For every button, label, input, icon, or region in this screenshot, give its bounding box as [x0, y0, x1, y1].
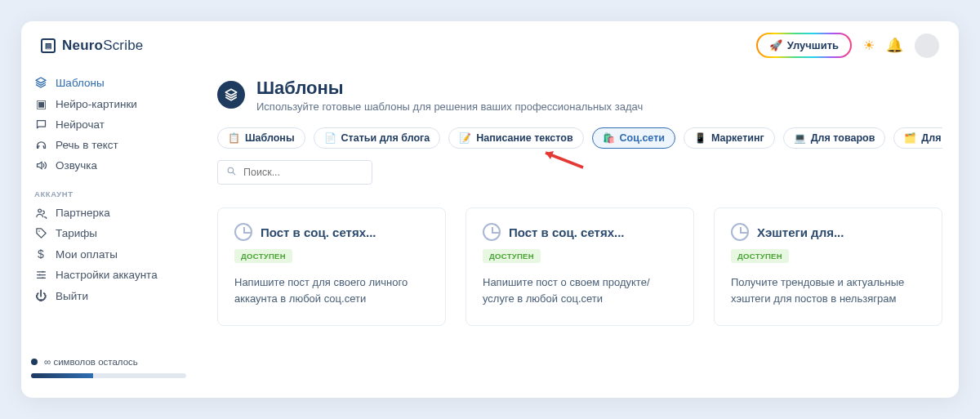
chip-site[interactable]: 🗂️ Для сайта — [893, 127, 942, 149]
chip-icon: 📄 — [324, 132, 336, 144]
logo-prefix: Neuro — [62, 38, 103, 53]
chip-label: Написание текстов — [476, 132, 572, 144]
svg-point-3 — [38, 274, 40, 276]
chip-icon: 🛍️ — [603, 132, 615, 144]
card-desc: Получите трендовые и актуальные хэштеги … — [731, 274, 925, 307]
logo[interactable]: ▤ NeuroScribe — [41, 38, 144, 54]
card-title: Пост в соц. сетях... — [261, 225, 376, 239]
sidebar-item-label: Настройки аккаунта — [56, 269, 158, 281]
sidebar-item-label: Мои оплаты — [56, 248, 118, 261]
sidebar-item-label: Выйти — [56, 290, 88, 302]
svg-point-4 — [42, 277, 43, 279]
sidebar-item-settings[interactable]: Настройки аккаунта — [21, 265, 196, 284]
chip-marketing[interactable]: 📱 Маркетинг — [684, 127, 775, 149]
chip-social[interactable]: 🛍️ Соц.сети — [592, 127, 675, 149]
svg-point-5 — [228, 167, 234, 173]
page-header: Шаблоны Используйте готовые шаблоны для … — [217, 78, 942, 113]
notifications-icon[interactable]: 🔔 — [886, 37, 903, 54]
theme-toggle-icon[interactable]: ☀ — [863, 38, 875, 53]
speaker-icon — [34, 159, 47, 172]
progress-fill — [31, 373, 93, 378]
chip-label: Соц.сети — [620, 132, 665, 144]
card-desc: Напишите пост о своем продукте/услуге в … — [483, 274, 677, 307]
page-subtitle: Используйте готовые шаблоны для решения … — [256, 100, 643, 113]
chip-icon: 📝 — [459, 132, 471, 144]
sidebar-item-templates[interactable]: Шаблоны — [21, 73, 196, 92]
chip-label: Маркетинг — [711, 132, 764, 144]
tag-icon — [34, 227, 47, 239]
cards-row: Пост в соц. сетях... ДОСТУПЕН Напишите п… — [217, 207, 942, 326]
settings-icon — [34, 269, 47, 281]
card-desc: Напишите пост для своего личного аккаунт… — [234, 274, 429, 307]
search-input[interactable] — [243, 167, 363, 178]
upgrade-label: Улучшить — [787, 39, 839, 51]
svg-point-1 — [38, 230, 40, 232]
app-frame: ▤ NeuroScribe 🚀 Улучшить ☀ 🔔 Шаблоны — [21, 21, 959, 398]
sidebar-item-voice[interactable]: Озвучка — [21, 156, 196, 175]
clock-icon — [234, 223, 252, 241]
chip-label: Шаблоны — [245, 132, 295, 144]
avatar[interactable] — [915, 33, 939, 58]
sidebar-item-logout[interactable]: ⏻ Выйти — [21, 286, 196, 305]
chip-products[interactable]: 💻 Для товаров — [783, 127, 886, 149]
symbols-remaining: ∞ символов осталось — [44, 357, 138, 367]
chip-icon: 🗂️ — [904, 132, 916, 144]
sidebar-item-affiliate[interactable]: Партнерка — [21, 203, 196, 222]
status-badge: ДОСТУПЕН — [234, 249, 292, 263]
sidebar-item-images[interactable]: ▣ Нейро-картинки — [21, 94, 196, 114]
svg-point-2 — [42, 271, 43, 273]
headphones-icon — [34, 139, 47, 151]
sidebar-item-payments[interactable]: $ Мои оплаты — [21, 244, 196, 264]
sidebar-item-label: Нейро-картинки — [56, 98, 137, 110]
sidebar-item-label: Тарифы — [56, 227, 97, 239]
sidebar-item-label: Партнерка — [56, 207, 110, 219]
chip-blog[interactable]: 📄 Статьи для блога — [314, 127, 441, 149]
layers-icon — [34, 76, 47, 89]
clock-icon — [483, 223, 501, 241]
filter-chips: 📋 Шаблоны 📄 Статьи для блога 📝 Написание… — [217, 127, 942, 149]
chip-writing[interactable]: 📝 Написание текстов — [448, 127, 583, 149]
sidebar: Шаблоны ▣ Нейро-картинки Нейрочат Речь в… — [21, 68, 196, 398]
svg-point-0 — [38, 209, 41, 212]
sidebar-item-label: Озвучка — [56, 159, 97, 172]
dollar-icon: $ — [34, 247, 47, 261]
template-card[interactable]: Пост в соц. сетях... ДОСТУПЕН Напишите п… — [466, 207, 694, 326]
chip-icon: 📋 — [228, 132, 240, 144]
sidebar-item-speech[interactable]: Речь в текст — [21, 136, 196, 154]
chip-label: Для сайта — [921, 132, 942, 144]
sidebar-item-label: Речь в текст — [56, 139, 118, 151]
progress-track — [31, 373, 186, 378]
sidebar-bottom: ∞ символов осталось — [21, 349, 196, 390]
image-icon: ▣ — [34, 97, 47, 110]
sidebar-item-pricing[interactable]: Тарифы — [21, 224, 196, 243]
body: Шаблоны ▣ Нейро-картинки Нейрочат Речь в… — [21, 68, 959, 398]
chip-icon: 📱 — [694, 132, 706, 144]
topbar: ▤ NeuroScribe 🚀 Улучшить ☀ 🔔 — [21, 21, 959, 68]
sidebar-item-label: Шаблоны — [56, 77, 105, 89]
logo-text: NeuroScribe — [62, 38, 144, 54]
power-icon: ⏻ — [34, 289, 47, 302]
template-card[interactable]: Пост в соц. сетях... ДОСТУПЕН Напишите п… — [217, 207, 446, 326]
status-dot — [31, 359, 38, 365]
status-badge: ДОСТУПЕН — [731, 249, 789, 263]
upgrade-button[interactable]: 🚀 Улучшить — [756, 33, 852, 58]
status-badge: ДОСТУПЕН — [483, 249, 541, 263]
logo-icon: ▤ — [41, 38, 56, 53]
annotation-arrow — [534, 148, 591, 172]
rocket-icon: 🚀 — [769, 39, 782, 51]
clock-icon — [731, 223, 749, 241]
template-card[interactable]: Хэштеги для... ДОСТУПЕН Получите трендов… — [714, 207, 942, 326]
page-icon — [217, 81, 245, 109]
topbar-right: 🚀 Улучшить ☀ 🔔 — [756, 33, 939, 58]
account-heading: АККАУНТ — [21, 176, 196, 202]
search-box[interactable] — [217, 160, 372, 185]
chip-templates[interactable]: 📋 Шаблоны — [217, 127, 305, 149]
logo-suffix: Scribe — [103, 38, 143, 53]
users-icon — [34, 207, 47, 219]
content: Шаблоны Используйте готовые шаблоны для … — [196, 68, 959, 398]
chip-label: Для товаров — [811, 132, 875, 144]
sidebar-item-label: Нейрочат — [56, 118, 105, 131]
page-title: Шаблоны — [256, 78, 643, 99]
chip-label: Статьи для блога — [341, 132, 430, 144]
sidebar-item-chat[interactable]: Нейрочат — [21, 115, 196, 134]
